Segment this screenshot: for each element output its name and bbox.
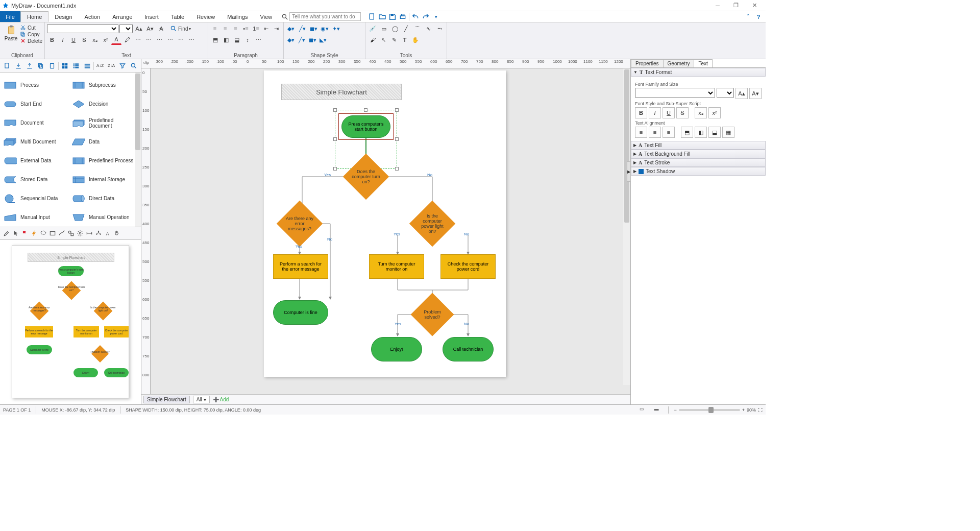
shrink-font[interactable]: A▾ — [145, 23, 155, 34]
line-style[interactable]: ╱▾ — [297, 23, 307, 34]
node-d4[interactable]: Problem solved? — [417, 299, 448, 330]
sheet-add[interactable]: ➕ Add — [213, 397, 229, 402]
font-color[interactable]: A — [111, 35, 121, 45]
tab-insert[interactable]: Insert — [138, 11, 165, 22]
ribbon-collapse[interactable]: ˄ — [744, 13, 752, 21]
lt-sort-za[interactable]: Z↓A — [106, 61, 116, 71]
palette-scrollbar[interactable] — [135, 73, 141, 227]
paste-button[interactable]: Paste — [2, 23, 20, 44]
sheet-tab-1[interactable]: Simple Flowchart — [143, 396, 190, 403]
text-more6[interactable]: ⋯ — [186, 35, 197, 45]
help-button[interactable]: ? — [754, 13, 763, 21]
format-painter[interactable]: 🖌 — [368, 35, 378, 45]
node-d2[interactable]: Are there any error messages? — [283, 207, 316, 240]
shape-direct-data[interactable]: Direct Data — [70, 189, 139, 208]
canvas[interactable]: Simple Flowchart — [151, 68, 630, 394]
cut-button[interactable]: Cut — [20, 25, 42, 31]
pt-hand-icon[interactable] — [113, 230, 120, 237]
arc-tool[interactable]: ⌒ — [412, 23, 422, 34]
rp-italic[interactable]: I — [649, 107, 661, 118]
rp-align-center[interactable]: ≡ — [649, 127, 661, 138]
line-tool[interactable]: ╱ — [401, 23, 411, 34]
qat-print[interactable] — [399, 13, 407, 21]
shape-start-end[interactable]: Start End — [2, 94, 70, 113]
sec-text-shadow[interactable]: ▶Text Shadow — [631, 167, 766, 176]
node-d1[interactable]: Does the computer turn on? — [350, 160, 382, 193]
sec-text-fill[interactable]: ▶AText Fill — [631, 141, 766, 150]
rectangle-tool[interactable]: ▭ — [379, 23, 389, 34]
rp-superscript[interactable]: x² — [708, 107, 721, 118]
align-center[interactable]: ≡ — [220, 23, 230, 34]
eyedropper[interactable]: 💉 — [368, 23, 378, 34]
rp-underline[interactable]: U — [663, 107, 675, 118]
align-left[interactable]: ≡ — [210, 23, 219, 34]
pan-tool[interactable]: ✋ — [410, 35, 421, 45]
pt-tree-icon[interactable] — [95, 230, 102, 237]
qat-save[interactable] — [388, 13, 397, 21]
strikethrough[interactable]: S — [79, 35, 89, 45]
numbering[interactable]: 1≡ — [252, 23, 261, 34]
rtab-properties[interactable]: Properties — [631, 59, 664, 67]
font-size-select[interactable] — [119, 24, 133, 33]
view-normal[interactable]: ▭ — [640, 406, 649, 414]
text-more4[interactable]: ⋯ — [165, 35, 175, 45]
pt-lasso-icon[interactable] — [40, 230, 47, 237]
delete-button[interactable]: Delete — [20, 38, 42, 44]
sec-text-bg[interactable]: ▶AText Background Fill — [631, 150, 766, 158]
sheet-tab-all[interactable]: All ▾ — [193, 396, 210, 403]
node-p2[interactable]: Turn the computer monitor on — [369, 254, 424, 279]
lt-import[interactable] — [13, 61, 23, 71]
rp-valign-top[interactable]: ⬒ — [681, 127, 693, 138]
connector-tool[interactable]: ⤳ — [434, 23, 445, 34]
line-spacing[interactable]: ↕ — [242, 35, 253, 45]
shape-data[interactable]: Data — [70, 132, 139, 151]
bold[interactable]: B — [47, 35, 57, 45]
valign-bot[interactable]: ⬓ — [232, 35, 242, 45]
minimize-button[interactable]: ─ — [708, 1, 727, 11]
pt-shapes-icon[interactable] — [67, 230, 75, 237]
node-t3[interactable]: Call technician — [443, 337, 494, 361]
tab-review[interactable]: Review — [190, 11, 221, 22]
pt-dim-icon[interactable] — [86, 230, 93, 237]
text-tool[interactable]: T — [400, 35, 410, 45]
sec-text-format[interactable]: ▼TText Format — [631, 68, 766, 77]
italic[interactable]: I — [58, 35, 68, 45]
node-d3[interactable]: Is the computer power light on? — [416, 207, 449, 240]
grow-font[interactable]: A▴ — [134, 23, 144, 34]
zoom-in[interactable]: + — [742, 407, 745, 413]
shape-sequencial-data[interactable]: Sequencial Data — [2, 189, 70, 208]
lt-view3[interactable] — [82, 61, 92, 71]
tab-file[interactable]: File — [0, 11, 20, 22]
rp-align-left[interactable]: ≡ — [635, 127, 647, 138]
tab-design[interactable]: Design — [48, 11, 78, 22]
rp-valign-mid[interactable]: ◧ — [695, 127, 707, 138]
sec-text-stroke[interactable]: ▶AText Stroke — [631, 158, 766, 167]
lt-new[interactable] — [2, 61, 12, 71]
align-right[interactable]: ≡ — [231, 23, 240, 34]
node-p1[interactable]: Perform a search for the error message — [273, 254, 328, 279]
zoom-fit[interactable]: ⛶ — [758, 407, 763, 413]
shape-process[interactable]: Process — [2, 76, 70, 94]
valign-mid[interactable]: ◧ — [221, 35, 231, 45]
superscript[interactable]: x² — [101, 35, 111, 45]
pt-rect-icon[interactable] — [49, 230, 56, 237]
node-p3[interactable]: Check the computer power cord — [440, 254, 496, 279]
shape-predefined-process[interactable]: Predefined Process — [70, 151, 139, 170]
maximize-button[interactable]: ❐ — [727, 1, 745, 11]
flowchart-title[interactable]: Simple Flowchart — [281, 84, 402, 100]
search-input[interactable] — [289, 12, 361, 21]
tab-table[interactable]: Table — [165, 11, 190, 22]
shape-external-data[interactable]: External Data — [2, 151, 70, 170]
shape-shadow[interactable]: ◼▾ — [307, 35, 317, 45]
tab-arrange[interactable]: Arrange — [106, 11, 138, 22]
pointer-tool[interactable]: ↖ — [378, 35, 388, 45]
text-more2[interactable]: ⋯ — [143, 35, 154, 45]
rtab-geometry[interactable]: Geometry — [663, 59, 695, 67]
text-more1[interactable]: ⋯ — [133, 35, 143, 45]
ellipse-tool[interactable]: ◯ — [390, 23, 400, 34]
tab-home[interactable]: Home — [20, 11, 48, 22]
copy-button[interactable]: Copy — [20, 31, 42, 37]
lt-view1[interactable] — [60, 61, 70, 71]
indent-inc[interactable]: ⇥ — [272, 23, 281, 34]
view-wide[interactable]: ▬ — [654, 406, 663, 414]
